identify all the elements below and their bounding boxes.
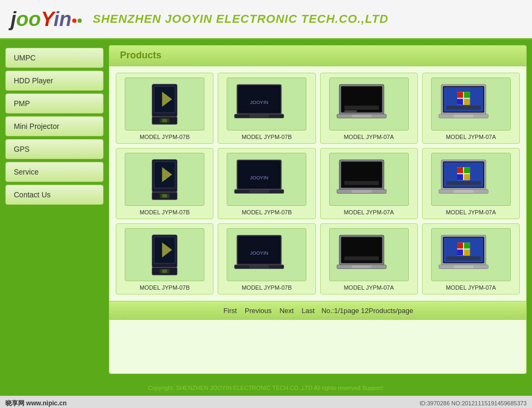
svg-rect-27 <box>457 92 463 98</box>
sidebar-item-contact-us[interactable]: Contact Us <box>5 185 104 205</box>
product-image-1 <box>125 77 204 131</box>
product-image-6: JOOYIN <box>227 153 306 206</box>
pagination-first[interactable]: First <box>224 307 237 315</box>
laptop-icon-12 <box>436 232 505 277</box>
product-label-3: MODEL JYPM-07A <box>344 134 393 140</box>
logo-dot-red <box>72 19 76 23</box>
logo-oo: oo <box>16 8 41 30</box>
svg-rect-82 <box>344 256 379 260</box>
product-image-11 <box>329 228 409 281</box>
svg-rect-12 <box>250 115 269 118</box>
svg-rect-60 <box>457 174 463 180</box>
content-area: Products M <box>109 45 527 374</box>
bottom-bar: 晓享网 www.nipic.cn ID:3970286 NO:201211151… <box>0 396 532 408</box>
sidebar-item-pmp[interactable]: PMP <box>5 93 104 114</box>
product-image-5 <box>125 153 204 206</box>
svg-rect-90 <box>464 242 470 248</box>
product-label-12: MODEL JYPM-07A <box>446 284 496 291</box>
sidebar-item-gps[interactable]: GPS <box>5 139 104 159</box>
product-card-11[interactable]: MODEL JYPM-07A <box>320 223 418 294</box>
product-image-4 <box>431 77 511 131</box>
laptop-icon-11 <box>334 232 404 277</box>
svg-rect-28 <box>464 92 470 98</box>
svg-rect-92 <box>464 249 470 255</box>
products-grid: MODEL JYPM-07B JOOYIN MODEL JYPM-07B <box>109 66 526 301</box>
tablet-icon-9 <box>143 232 186 277</box>
product-image-3 <box>329 77 409 131</box>
svg-rect-44 <box>250 190 269 193</box>
product-label-2: MODEL JYPM-07B <box>242 134 291 140</box>
products-title: Products <box>120 50 161 60</box>
main-wrapper: UMPC HDD Player PMP Mini Projector GPS S… <box>0 40 532 379</box>
svg-rect-37 <box>162 194 167 197</box>
svg-text:JOOYIN: JOOYIN <box>250 99 269 105</box>
svg-rect-30 <box>464 99 470 105</box>
product-card-1[interactable]: MODEL JYPM-07B <box>116 73 213 144</box>
product-label-7: MODEL JYPM-07A <box>344 209 393 215</box>
product-card-8[interactable]: MODEL JYPM-07A <box>422 148 520 219</box>
laptop-icon-10: JOOYIN <box>232 232 301 277</box>
svg-rect-5 <box>162 118 167 122</box>
product-image-10: JOOYIN <box>227 228 306 281</box>
svg-rect-93 <box>446 256 480 260</box>
product-card-2[interactable]: JOOYIN MODEL JYPM-07B <box>218 73 315 144</box>
tablet-icon-1 <box>143 82 186 127</box>
svg-rect-89 <box>457 242 463 248</box>
svg-rect-58 <box>457 167 463 173</box>
logo-area: jooYin SHENZHEN JOOYIN ELECTRONIC TECH.C… <box>11 9 389 29</box>
product-card-12[interactable]: MODEL JYPM-07A <box>422 223 520 294</box>
pagination-info: No.:1/1page 12Products/page <box>321 307 413 315</box>
product-card-6[interactable]: JOOYIN MODEL JYPM-07B <box>218 148 315 219</box>
laptop-icon-6: JOOYIN <box>232 157 301 202</box>
svg-rect-81 <box>351 265 371 268</box>
svg-rect-19 <box>344 106 379 109</box>
svg-rect-20 <box>344 110 356 112</box>
svg-rect-87 <box>453 265 473 268</box>
logo-accent: Y <box>41 8 54 30</box>
product-label-4: MODEL JYPM-07A <box>446 134 496 140</box>
svg-rect-68 <box>162 269 167 273</box>
laptop-icon-4 <box>436 82 505 127</box>
product-card-4[interactable]: MODEL JYPM-07A <box>422 73 520 144</box>
product-image-12 <box>431 228 511 281</box>
pagination-next[interactable]: Next <box>279 307 294 315</box>
sidebar-item-hdd-player[interactable]: HDD Player <box>5 71 104 91</box>
svg-rect-59 <box>464 167 470 173</box>
product-label-6: MODEL JYPM-07B <box>242 209 291 215</box>
nipic-logo: 晓享网 www.nipic.cn <box>5 399 67 408</box>
svg-rect-91 <box>457 249 463 255</box>
product-card-10[interactable]: JOOYIN MODEL JYPM-07B <box>218 223 315 294</box>
product-label-9: MODEL JYPM-07B <box>140 284 190 291</box>
product-image-7 <box>329 153 409 206</box>
product-label-1: MODEL JYPM-07B <box>140 134 190 140</box>
product-card-3[interactable]: MODEL JYPM-07A <box>320 73 418 144</box>
svg-rect-18 <box>351 115 371 118</box>
copyright-text: Copyright: SHENZHEN JOOYIN ELECTRONIC TE… <box>148 385 384 391</box>
svg-rect-61 <box>464 174 470 180</box>
product-label-10: MODEL JYPM-07B <box>242 284 291 291</box>
header: jooYin SHENZHEN JOOYIN ELECTRONIC TECH.C… <box>0 0 532 40</box>
bottom-left: 晓享网 www.nipic.cn <box>5 399 67 408</box>
product-card-5[interactable]: MODEL JYPM-07B <box>116 148 213 219</box>
laptop-icon-2: JOOYIN <box>232 82 301 127</box>
sidebar-item-mini-projector[interactable]: Mini Projector <box>5 116 104 136</box>
svg-text:JOOYIN: JOOYIN <box>250 250 269 255</box>
svg-text:JOOYIN: JOOYIN <box>250 175 269 180</box>
pagination-previous[interactable]: Previous <box>245 307 272 315</box>
pagination-last[interactable]: Last <box>302 307 315 315</box>
product-card-9[interactable]: MODEL JYPM-07B <box>116 223 213 294</box>
laptop-icon-7 <box>334 157 404 202</box>
svg-rect-25 <box>453 115 473 118</box>
svg-rect-51 <box>344 181 379 185</box>
bottom-right: ID:3970286 NO:20121115191459685373 <box>419 400 527 406</box>
sidebar-item-umpc[interactable]: UMPC <box>5 48 104 68</box>
product-card-7[interactable]: MODEL JYPM-07A <box>320 148 418 219</box>
logo: jooYin <box>11 9 82 29</box>
product-image-2: JOOYIN <box>227 77 306 131</box>
pagination: First Previous Next Last No.:1/1page 12P… <box>109 301 526 320</box>
product-image-9 <box>125 228 204 281</box>
logo-yin: in <box>54 8 72 30</box>
sidebar-item-service[interactable]: Service <box>5 162 104 182</box>
sidebar: UMPC HDD Player PMP Mini Projector GPS S… <box>5 45 104 374</box>
svg-rect-29 <box>457 99 463 105</box>
